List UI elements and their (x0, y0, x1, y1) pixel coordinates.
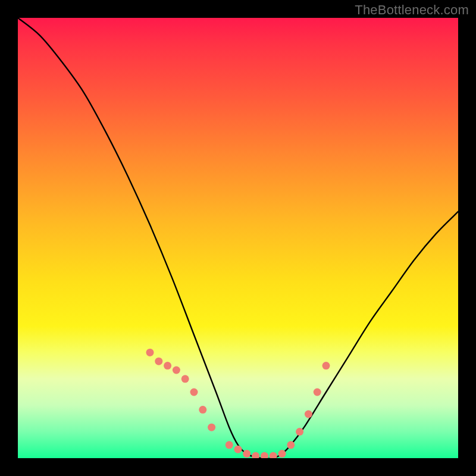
plot-area (18, 18, 458, 458)
marker-dot (243, 450, 250, 458)
marker-dot (155, 358, 162, 365)
marker-dot (252, 452, 259, 458)
marker-dot (173, 367, 180, 374)
marker-dot (296, 428, 303, 436)
marker-dot (322, 362, 330, 369)
marker-dot (190, 389, 198, 396)
curve-layer (18, 18, 458, 458)
marker-dot (226, 441, 233, 449)
marker-dot (305, 411, 312, 418)
marker-dot (270, 452, 277, 458)
marker-dot (314, 389, 321, 396)
marker-dot (278, 450, 286, 458)
marker-dot (261, 452, 268, 458)
marker-dot (146, 349, 154, 356)
marker-dot (287, 441, 295, 449)
marker-dot (199, 406, 206, 414)
watermark-text: TheBottleneck.com (355, 2, 469, 18)
highlight-markers (146, 349, 330, 458)
marker-dot (181, 375, 189, 383)
bottleneck-curve (18, 18, 458, 458)
marker-dot (164, 362, 171, 369)
marker-dot (208, 424, 215, 431)
plot-frame (18, 18, 458, 458)
marker-dot (234, 446, 242, 453)
